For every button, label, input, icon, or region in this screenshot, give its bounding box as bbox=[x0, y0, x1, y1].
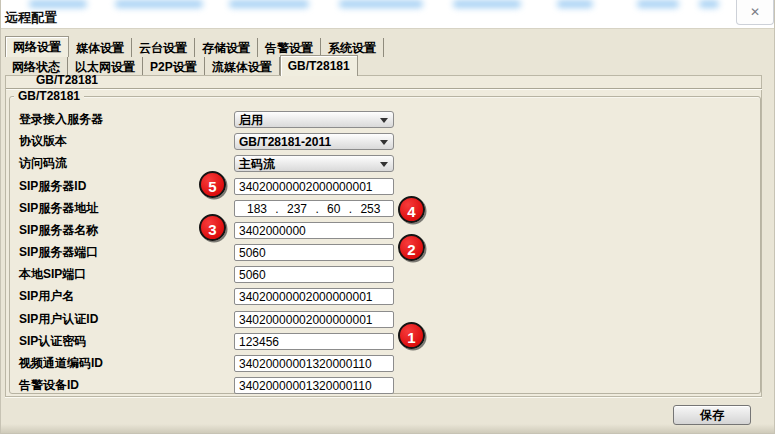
close-icon: ✕ bbox=[750, 6, 760, 18]
title-bar: 远程配置 ✕ bbox=[1, 0, 775, 29]
input-本地SIP端口[interactable] bbox=[234, 266, 394, 283]
remote-config-dialog: 远程配置 ✕ 网络设置媒体设置云台设置存储设置告警设置系统设置 网络状态以太网设… bbox=[0, 0, 775, 434]
input-SIP服务器端口[interactable] bbox=[234, 244, 394, 261]
field-label-本地SIP端口: 本地SIP端口 bbox=[19, 266, 86, 283]
input-SIP服务器名称[interactable] bbox=[234, 222, 394, 239]
tab-l1-网络设置[interactable]: 网络设置 bbox=[5, 36, 69, 57]
chevron-down-icon bbox=[380, 118, 388, 123]
redacted-text-blur bbox=[699, 0, 719, 8]
field-label-SIP用户认证ID: SIP用户认证ID bbox=[19, 311, 98, 328]
window-title: 远程配置 bbox=[5, 9, 57, 27]
field-label-视频通道编码ID: 视频通道编码ID bbox=[19, 355, 103, 372]
dropdown-value: 主码流 bbox=[239, 157, 275, 171]
redacted-text-blur bbox=[453, 0, 521, 8]
annotation-badge-5: 5 bbox=[199, 171, 226, 198]
field-label-SIP服务器地址: SIP服务器地址 bbox=[19, 200, 98, 217]
tab-l2-P2P设置[interactable]: P2P设置 bbox=[143, 57, 205, 76]
redacted-text-blur bbox=[339, 0, 423, 8]
input-SIP用户认证ID[interactable] bbox=[234, 311, 394, 328]
tab-l1-媒体设置[interactable]: 媒体设置 bbox=[69, 38, 132, 57]
dropdown-访问码流[interactable]: 主码流 bbox=[234, 155, 394, 172]
input-告警设备ID[interactable] bbox=[234, 377, 394, 394]
annotation-badge-1: 1 bbox=[398, 322, 425, 349]
dropdown-协议版本[interactable]: GB/T28181-2011 bbox=[234, 133, 394, 150]
field-label-协议版本: 协议版本 bbox=[19, 133, 67, 150]
chevron-down-icon bbox=[380, 140, 388, 145]
redacted-text-blur bbox=[637, 0, 679, 8]
annotation-badge-2: 2 bbox=[398, 234, 425, 261]
dropdown-登录接入服务器[interactable]: 启用 bbox=[234, 111, 394, 128]
redacted-text-blur bbox=[557, 0, 593, 8]
input-SIP用户名[interactable] bbox=[234, 288, 394, 305]
section-caption: GB/T28181 bbox=[36, 73, 98, 87]
field-label-SIP服务器端口: SIP服务器端口 bbox=[19, 244, 98, 261]
tab-l1-云台设置[interactable]: 云台设置 bbox=[132, 38, 195, 57]
input-SIP服务器地址[interactable] bbox=[234, 200, 394, 217]
tab-l2-GB/T28181[interactable]: GB/T28181 bbox=[280, 55, 358, 76]
field-label-SIP认证密码: SIP认证密码 bbox=[19, 333, 86, 350]
chevron-down-icon bbox=[380, 162, 388, 167]
input-视频通道编码ID[interactable] bbox=[234, 355, 394, 372]
dropdown-value: GB/T28181-2011 bbox=[239, 135, 331, 149]
field-label-SIP服务器名称: SIP服务器名称 bbox=[19, 222, 98, 239]
input-SIP认证密码[interactable] bbox=[234, 333, 394, 350]
groupbox-legend: GB/T28181 bbox=[14, 89, 84, 103]
dropdown-value: 启用 bbox=[239, 113, 263, 127]
save-button[interactable]: 保存 bbox=[673, 405, 751, 425]
caption-separator bbox=[6, 88, 762, 90]
annotation-badge-3: 3 bbox=[199, 214, 226, 241]
redacted-text-blur bbox=[29, 0, 87, 8]
tab-l1-存储设置[interactable]: 存储设置 bbox=[195, 38, 258, 57]
redacted-text-blur bbox=[229, 0, 309, 8]
input-SIP服务器ID[interactable] bbox=[234, 178, 394, 195]
field-label-告警设备ID: 告警设备ID bbox=[19, 377, 79, 394]
redacted-text-blur bbox=[115, 0, 203, 8]
tab-l2-流媒体设置[interactable]: 流媒体设置 bbox=[205, 57, 280, 76]
field-label-登录接入服务器: 登录接入服务器 bbox=[19, 111, 103, 128]
field-label-SIP用户名: SIP用户名 bbox=[19, 288, 74, 305]
dialog-bottom-shadow bbox=[1, 424, 775, 433]
annotation-badge-4: 4 bbox=[398, 196, 425, 223]
field-label-访问码流: 访问码流 bbox=[19, 155, 67, 172]
field-label-SIP服务器ID: SIP服务器ID bbox=[19, 178, 86, 195]
tab-bar-level1: 网络设置媒体设置云台设置存储设置告警设置系统设置 bbox=[5, 36, 384, 57]
close-button[interactable]: ✕ bbox=[736, 0, 774, 25]
